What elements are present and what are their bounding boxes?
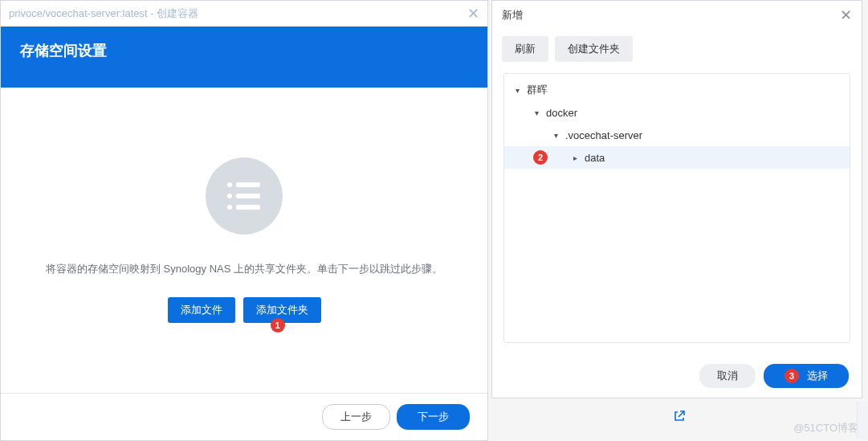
watermark: @51CTO博客 — [793, 421, 858, 435]
svg-point-4 — [227, 205, 232, 210]
prev-button[interactable]: 上一步 — [322, 404, 390, 430]
annotation-badge-1: 1 — [271, 318, 285, 333]
right-toolbar: 刷新 创建文件夹 — [492, 30, 862, 73]
tree-label: docker — [546, 107, 577, 119]
close-icon[interactable]: ✕ — [467, 6, 479, 21]
tree-row-docker[interactable]: ▾ docker — [504, 101, 850, 124]
folder-picker-dialog: 新增 ✕ 刷新 创建文件夹 ▾ 群晖 ▾ docker ▾ .vocechat-… — [491, 0, 862, 398]
right-titlebar: 新增 ✕ — [492, 1, 862, 30]
svg-rect-1 — [236, 182, 260, 187]
cancel-button[interactable]: 取消 — [699, 364, 756, 388]
list-placeholder-icon — [206, 157, 283, 235]
chevron-down-icon[interactable]: ▾ — [532, 108, 541, 117]
left-header-title: 存储空间设置 — [20, 43, 107, 59]
tree-row-data[interactable]: 2 ▸ data — [504, 146, 850, 169]
left-body: 将容器的存储空间映射到 Synology NAS 上的共享文件夹。单击下一步以跳… — [1, 88, 487, 393]
left-titlebar-text: privoce/vocechat-server:latest - 创建容器 — [9, 6, 198, 21]
left-titlebar: privoce/vocechat-server:latest - 创建容器 ✕ — [1, 1, 487, 27]
tree-row-vocechat[interactable]: ▾ .vocechat-server — [504, 124, 850, 146]
chevron-right-icon[interactable]: ▸ — [570, 153, 580, 162]
select-button-label: 选择 — [807, 369, 828, 383]
annotation-badge-3: 3 — [784, 369, 799, 383]
tree-label: data — [585, 152, 605, 164]
left-header: 存储空间设置 — [1, 27, 487, 88]
right-title: 新增 — [502, 8, 523, 22]
folder-tree[interactable]: ▾ 群晖 ▾ docker ▾ .vocechat-server 2 ▸ dat… — [503, 73, 850, 343]
chevron-down-icon[interactable]: ▾ — [551, 131, 560, 140]
chevron-down-icon[interactable]: ▾ — [512, 86, 522, 95]
scrollbar-slot[interactable] — [857, 402, 868, 439]
next-button[interactable]: 下一步 — [397, 404, 470, 430]
storage-settings-dialog: privoce/vocechat-server:latest - 创建容器 ✕ … — [0, 0, 488, 441]
create-folder-button[interactable]: 创建文件夹 — [555, 36, 633, 62]
tree-row-root[interactable]: ▾ 群晖 — [504, 79, 850, 101]
refresh-button[interactable]: 刷新 — [502, 36, 548, 62]
select-button[interactable]: 3 选择 — [764, 364, 849, 388]
svg-rect-5 — [236, 205, 260, 210]
left-footer: 上一步 下一步 — [1, 393, 487, 440]
svg-point-0 — [227, 182, 232, 187]
left-description: 将容器的存储空间映射到 Synology NAS 上的共享文件夹。单击下一步以跳… — [46, 262, 442, 276]
right-footer: 取消 3 选择 — [492, 354, 862, 398]
close-icon[interactable]: ✕ — [840, 8, 852, 22]
add-file-button[interactable]: 添加文件 — [168, 297, 235, 323]
add-buttons-row: 添加文件 添加文件夹 1 — [168, 297, 321, 323]
tree-label: .vocechat-server — [565, 129, 642, 141]
tree-label: 群晖 — [527, 83, 548, 97]
open-external-icon[interactable] — [673, 410, 686, 426]
annotation-badge-2: 2 — [533, 150, 548, 165]
svg-point-2 — [227, 194, 232, 198]
svg-rect-3 — [236, 194, 260, 198]
